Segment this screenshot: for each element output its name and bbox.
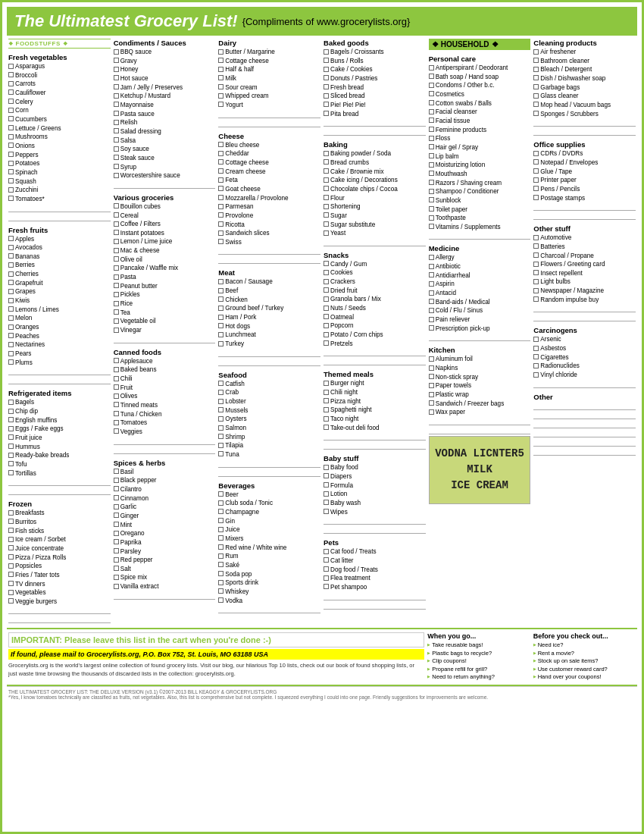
checkbox[interactable]	[218, 306, 224, 311]
checkbox[interactable]	[533, 354, 539, 359]
checkbox[interactable]	[324, 425, 329, 430]
checkbox[interactable]	[114, 49, 119, 55]
checkbox[interactable]	[218, 527, 224, 532]
checkbox[interactable]	[114, 548, 119, 553]
checkbox[interactable]	[114, 256, 119, 262]
checkbox[interactable]	[429, 83, 434, 88]
checkbox[interactable]	[324, 584, 329, 589]
checkbox[interactable]	[429, 136, 434, 141]
checkbox[interactable]	[533, 243, 539, 249]
checkbox[interactable]	[218, 296, 224, 302]
checkbox[interactable]	[114, 58, 119, 63]
checkbox[interactable]	[8, 315, 14, 321]
checkbox[interactable]	[324, 332, 329, 337]
checkbox[interactable]	[429, 206, 434, 212]
checkbox[interactable]	[114, 203, 119, 208]
checkbox[interactable]	[218, 204, 224, 209]
checkbox[interactable]	[324, 84, 329, 89]
checkbox[interactable]	[429, 400, 434, 406]
checkbox[interactable]	[114, 328, 119, 333]
checkbox[interactable]	[114, 248, 119, 253]
checkbox[interactable]	[533, 49, 539, 55]
checkbox[interactable]	[114, 384, 119, 390]
checkbox[interactable]	[114, 469, 119, 474]
checkbox[interactable]	[8, 453, 14, 458]
checkbox[interactable]	[218, 425, 224, 431]
checkbox[interactable]	[324, 204, 329, 209]
checkbox[interactable]	[218, 279, 224, 284]
checkbox[interactable]	[218, 58, 224, 63]
checkbox[interactable]	[324, 306, 329, 311]
checkbox[interactable]	[114, 393, 119, 399]
checkbox[interactable]	[324, 390, 329, 395]
checkbox[interactable]	[324, 287, 329, 293]
checkbox[interactable]	[533, 102, 539, 107]
checkbox[interactable]	[8, 537, 14, 542]
checkbox[interactable]	[8, 325, 14, 330]
checkbox[interactable]	[8, 125, 14, 130]
checkbox[interactable]	[8, 598, 14, 604]
checkbox[interactable]	[218, 434, 224, 439]
checkbox[interactable]	[324, 261, 329, 266]
checkbox[interactable]	[429, 264, 434, 269]
checkbox[interactable]	[114, 67, 119, 72]
checkbox[interactable]	[218, 288, 224, 293]
checkbox[interactable]	[533, 346, 539, 351]
checkbox[interactable]	[429, 374, 434, 379]
checkbox[interactable]	[218, 341, 224, 346]
checkbox[interactable]	[324, 279, 329, 284]
checkbox[interactable]	[533, 337, 539, 342]
checkbox[interactable]	[114, 486, 119, 491]
checkbox[interactable]	[114, 239, 119, 244]
checkbox[interactable]	[218, 84, 224, 89]
checkbox[interactable]	[218, 239, 224, 244]
checkbox[interactable]	[218, 381, 224, 386]
checkbox[interactable]	[429, 409, 434, 415]
checkbox[interactable]	[324, 296, 329, 302]
checkbox[interactable]	[429, 91, 434, 96]
checkbox[interactable]	[8, 298, 14, 303]
checkbox[interactable]	[218, 443, 224, 448]
checkbox[interactable]	[218, 509, 224, 514]
checkbox[interactable]	[8, 554, 14, 560]
checkbox[interactable]	[429, 272, 434, 277]
checkbox[interactable]	[218, 230, 224, 236]
checkbox[interactable]	[218, 142, 224, 147]
checkbox[interactable]	[218, 159, 224, 165]
checkbox[interactable]	[8, 196, 14, 201]
checkbox[interactable]	[114, 584, 119, 589]
checkbox[interactable]	[114, 318, 119, 324]
checkbox[interactable]	[114, 402, 119, 407]
checkbox[interactable]	[114, 566, 119, 571]
checkbox[interactable]	[8, 64, 14, 69]
checkbox[interactable]	[114, 84, 119, 89]
checkbox[interactable]	[429, 356, 434, 362]
checkbox[interactable]	[114, 292, 119, 297]
checkbox[interactable]	[324, 557, 329, 563]
checkbox[interactable]	[114, 111, 119, 116]
checkbox[interactable]	[8, 409, 14, 414]
checkbox[interactable]	[114, 420, 119, 425]
checkbox[interactable]	[533, 279, 539, 284]
checkbox[interactable]	[8, 519, 14, 524]
checkbox[interactable]	[218, 323, 224, 328]
checkbox[interactable]	[324, 575, 329, 581]
checkbox[interactable]	[429, 290, 434, 296]
checkbox[interactable]	[429, 162, 434, 168]
checkbox[interactable]	[533, 58, 539, 63]
checkbox[interactable]	[429, 308, 434, 313]
checkbox[interactable]	[324, 151, 329, 156]
checkbox[interactable]	[324, 416, 329, 422]
checkbox[interactable]	[429, 383, 434, 388]
checkbox[interactable]	[218, 416, 224, 422]
checkbox[interactable]	[324, 473, 329, 478]
checkbox[interactable]	[218, 491, 224, 497]
checkbox[interactable]	[218, 451, 224, 456]
checkbox[interactable]	[218, 67, 224, 72]
checkbox[interactable]	[324, 340, 329, 346]
checkbox[interactable]	[429, 325, 434, 331]
checkbox[interactable]	[8, 99, 14, 104]
checkbox[interactable]	[218, 75, 224, 80]
checkbox[interactable]	[8, 116, 14, 121]
checkbox[interactable]	[533, 195, 539, 200]
